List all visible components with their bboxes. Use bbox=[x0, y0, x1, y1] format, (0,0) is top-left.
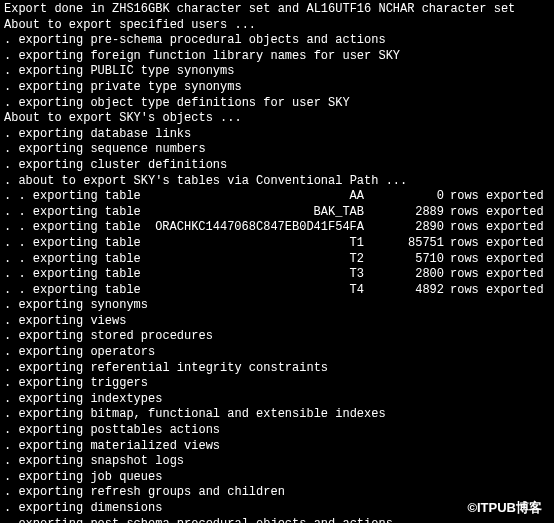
table-rows: 2890 bbox=[384, 220, 444, 236]
table-prefix: . . exporting table bbox=[4, 267, 154, 283]
pre-line: . exporting foreign function library nam… bbox=[4, 49, 550, 65]
table-name: T3 bbox=[154, 267, 384, 283]
table-row: . . exporting table AA 0 rows exported bbox=[4, 189, 550, 205]
sky-pre-line: . exporting sequence numbers bbox=[4, 142, 550, 158]
table-name: ORACHKC1447068C847EB0D41F54FA bbox=[154, 220, 384, 236]
pre-line: . exporting PUBLIC type synonyms bbox=[4, 64, 550, 80]
post-line: . exporting posttables actions bbox=[4, 423, 550, 439]
sky-pre-line: . exporting database links bbox=[4, 127, 550, 143]
table-name: T4 bbox=[154, 283, 384, 299]
post-line: . exporting snapshot logs bbox=[4, 454, 550, 470]
rows-suffix: rows exported bbox=[444, 283, 544, 299]
table-name: AA bbox=[154, 189, 384, 205]
table-prefix: . . exporting table bbox=[4, 252, 154, 268]
post-line: . exporting stored procedures bbox=[4, 329, 550, 345]
pre-line: . exporting object type definitions for … bbox=[4, 96, 550, 112]
post-line: . exporting job queues bbox=[4, 470, 550, 486]
rows-suffix: rows exported bbox=[444, 252, 544, 268]
table-rows: 0 bbox=[384, 189, 444, 205]
table-name: BAK_TAB bbox=[154, 205, 384, 221]
rows-suffix: rows exported bbox=[444, 236, 544, 252]
rows-suffix: rows exported bbox=[444, 220, 544, 236]
table-row: . . exporting table BAK_TAB 2889 rows ex… bbox=[4, 205, 550, 221]
post-line: . exporting triggers bbox=[4, 376, 550, 392]
header-line: Export done in ZHS16GBK character set an… bbox=[4, 2, 550, 18]
post-line: . exporting materialized views bbox=[4, 439, 550, 455]
table-row: . . exporting table T1 85751 rows export… bbox=[4, 236, 550, 252]
post-line: . exporting operators bbox=[4, 345, 550, 361]
table-prefix: . . exporting table bbox=[4, 283, 154, 299]
post-line: . exporting post-schema procedural objec… bbox=[4, 517, 550, 523]
sky-pre-line: . exporting cluster definitions bbox=[4, 158, 550, 174]
table-prefix: . . exporting table bbox=[4, 220, 154, 236]
about-sky: About to export SKY's objects ... bbox=[4, 111, 550, 127]
post-line: . exporting bitmap, functional and exten… bbox=[4, 407, 550, 423]
table-prefix: . . exporting table bbox=[4, 205, 154, 221]
post-line: . exporting referential integrity constr… bbox=[4, 361, 550, 377]
watermark: ©ITPUB博客 bbox=[467, 500, 542, 517]
table-rows: 85751 bbox=[384, 236, 444, 252]
rows-suffix: rows exported bbox=[444, 267, 544, 283]
post-line: . exporting indextypes bbox=[4, 392, 550, 408]
table-rows: 5710 bbox=[384, 252, 444, 268]
table-row: . . exporting table ORACHKC1447068C847EB… bbox=[4, 220, 550, 236]
sky-pre-line: . about to export SKY's tables via Conve… bbox=[4, 174, 550, 190]
about-users: About to export specified users ... bbox=[4, 18, 550, 34]
table-row: . . exporting table T3 2800 rows exporte… bbox=[4, 267, 550, 283]
post-line: . exporting views bbox=[4, 314, 550, 330]
rows-suffix: rows exported bbox=[444, 189, 544, 205]
rows-suffix: rows exported bbox=[444, 205, 544, 221]
table-row: . . exporting table T2 5710 rows exporte… bbox=[4, 252, 550, 268]
table-rows: 2889 bbox=[384, 205, 444, 221]
table-name: T1 bbox=[154, 236, 384, 252]
table-rows: 2800 bbox=[384, 267, 444, 283]
table-row: . . exporting table T4 4892 rows exporte… bbox=[4, 283, 550, 299]
post-line: . exporting refresh groups and children bbox=[4, 485, 550, 501]
table-prefix: . . exporting table bbox=[4, 189, 154, 205]
table-rows: 4892 bbox=[384, 283, 444, 299]
post-line: . exporting synonyms bbox=[4, 298, 550, 314]
pre-line: . exporting private type synonyms bbox=[4, 80, 550, 96]
pre-line: . exporting pre-schema procedural object… bbox=[4, 33, 550, 49]
table-prefix: . . exporting table bbox=[4, 236, 154, 252]
table-name: T2 bbox=[154, 252, 384, 268]
